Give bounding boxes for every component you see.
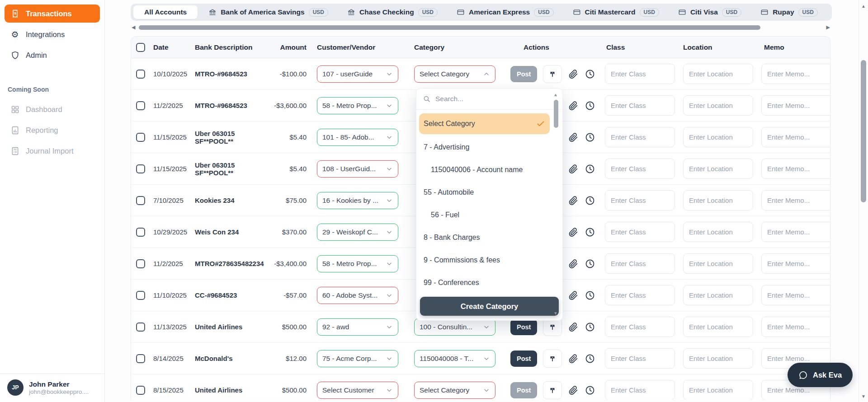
category-option[interactable]: Select Category [419, 113, 550, 134]
sidebar-item-journal-import[interactable]: Journal Import [5, 142, 100, 160]
dropdown-scroll-down-icon[interactable]: ▼ [553, 311, 558, 316]
history-clock-icon[interactable] [585, 195, 595, 206]
location-input[interactable] [683, 253, 753, 274]
attachment-paperclip-icon[interactable] [568, 100, 579, 111]
post-button[interactable]: Post [510, 351, 537, 367]
account-tab-american-express[interactable]: American ExpressUSD [448, 5, 562, 19]
history-clock-icon[interactable] [585, 290, 595, 301]
row-checkbox[interactable] [136, 228, 145, 237]
scroll-right-arrow-icon[interactable]: ▶ [826, 24, 830, 30]
row-checkbox[interactable] [136, 101, 145, 110]
attachment-paperclip-icon[interactable] [568, 258, 579, 269]
row-checkbox[interactable] [136, 354, 145, 363]
split-transaction-button[interactable] [543, 381, 562, 399]
history-clock-icon[interactable] [585, 385, 595, 396]
class-input[interactable] [605, 222, 675, 242]
customer-select[interactable]: 92 - awd [317, 318, 398, 336]
attachment-paperclip-icon[interactable] [568, 385, 579, 396]
account-tab-bank-of-america-savings[interactable]: Bank of America SavingsUSD [200, 5, 336, 19]
memo-input[interactable] [761, 64, 830, 84]
customer-select[interactable]: Select Customer [317, 382, 398, 399]
customer-select[interactable]: 58 - Metro Prop... [317, 255, 398, 272]
attachment-paperclip-icon[interactable] [568, 322, 579, 332]
post-button[interactable]: Post [510, 382, 537, 398]
customer-select[interactable]: 60 - Adobe Syst... [317, 287, 398, 304]
account-tab-citi-mastercard[interactable]: Citi MastercardUSD [565, 5, 667, 19]
history-clock-icon[interactable] [585, 164, 595, 174]
location-input[interactable] [683, 159, 753, 179]
customer-select[interactable]: 101 - 85- Adob... [317, 129, 398, 146]
location-input[interactable] [683, 222, 753, 242]
history-clock-icon[interactable] [585, 353, 595, 364]
memo-input[interactable] [761, 285, 830, 305]
category-option[interactable]: 1150040006 - Account name [419, 159, 550, 181]
attachment-paperclip-icon[interactable] [568, 227, 579, 238]
category-select[interactable]: 100 - Consultin... [414, 318, 495, 336]
class-input[interactable] [605, 348, 675, 369]
category-option[interactable]: 55 - Automobile [419, 181, 550, 204]
ask-eva-button[interactable]: Ask Eva [788, 363, 853, 387]
scroll-up-arrow-icon[interactable]: ▲ [859, 4, 868, 9]
post-button[interactable]: Post [510, 319, 537, 335]
row-checkbox[interactable] [136, 291, 145, 300]
row-checkbox[interactable] [136, 259, 145, 268]
post-button[interactable]: Post [510, 66, 537, 82]
account-tab-citi-visa[interactable]: Citi VisaUSD [670, 5, 750, 19]
history-clock-icon[interactable] [585, 322, 595, 332]
class-input[interactable] [605, 317, 675, 337]
attachment-paperclip-icon[interactable] [568, 353, 579, 364]
class-input[interactable] [605, 190, 675, 210]
attachment-paperclip-icon[interactable] [568, 132, 579, 143]
scroll-down-arrow-icon[interactable]: ▼ [859, 394, 868, 399]
split-transaction-button[interactable] [543, 65, 562, 83]
location-input[interactable] [683, 127, 753, 147]
memo-input[interactable] [761, 222, 830, 242]
customer-select[interactable]: 58 - Metro Prop... [317, 97, 398, 114]
history-clock-icon[interactable] [585, 227, 595, 238]
location-input[interactable] [683, 317, 753, 337]
sidebar-item-admin[interactable]: Admin [5, 46, 100, 64]
history-clock-icon[interactable] [585, 69, 595, 79]
category-option[interactable]: 56 - Fuel [419, 204, 550, 226]
customer-select[interactable]: 16 - Kookies by ... [317, 192, 398, 209]
sidebar-item-reporting[interactable]: Reporting [5, 121, 100, 139]
horizontal-scrollbar-thumb[interactable] [139, 25, 760, 30]
memo-input[interactable] [761, 159, 830, 179]
class-input[interactable] [605, 95, 675, 116]
memo-input[interactable] [761, 95, 830, 116]
row-checkbox[interactable] [136, 196, 145, 205]
location-input[interactable] [683, 95, 753, 116]
row-checkbox[interactable] [136, 323, 145, 332]
row-checkbox[interactable] [136, 386, 145, 395]
category-option[interactable]: 8 - Bank Charges [419, 226, 550, 249]
location-input[interactable] [683, 285, 753, 305]
location-input[interactable] [683, 380, 753, 400]
select-all-checkbox[interactable] [136, 43, 145, 52]
split-transaction-button[interactable] [543, 350, 562, 368]
attachment-paperclip-icon[interactable] [568, 290, 579, 301]
sidebar-item-dashboard[interactable]: Dashboard [5, 100, 100, 118]
class-input[interactable] [605, 159, 675, 179]
dropdown-scrollbar-thumb[interactable] [554, 100, 558, 128]
row-checkbox[interactable] [136, 133, 145, 142]
attachment-paperclip-icon[interactable] [568, 195, 579, 206]
attachment-paperclip-icon[interactable] [568, 69, 579, 79]
row-checkbox[interactable] [136, 70, 145, 79]
customer-select[interactable]: 108 - UserGuid... [317, 160, 398, 178]
history-clock-icon[interactable] [585, 132, 595, 143]
class-input[interactable] [605, 253, 675, 274]
category-select[interactable]: 1150040008 - T... [414, 350, 495, 367]
location-input[interactable] [683, 190, 753, 210]
class-input[interactable] [605, 380, 675, 400]
category-search-input[interactable] [435, 89, 556, 109]
account-tab-chase-checking[interactable]: Chase CheckingUSD [339, 5, 446, 19]
memo-input[interactable] [761, 127, 830, 147]
memo-input[interactable] [761, 190, 830, 210]
row-checkbox[interactable] [136, 164, 145, 173]
class-input[interactable] [605, 64, 675, 84]
class-input[interactable] [605, 285, 675, 305]
location-input[interactable] [683, 64, 753, 84]
location-input[interactable] [683, 348, 753, 369]
class-input[interactable] [605, 127, 675, 147]
account-tab-rupay[interactable]: RupayUSD [752, 5, 826, 19]
